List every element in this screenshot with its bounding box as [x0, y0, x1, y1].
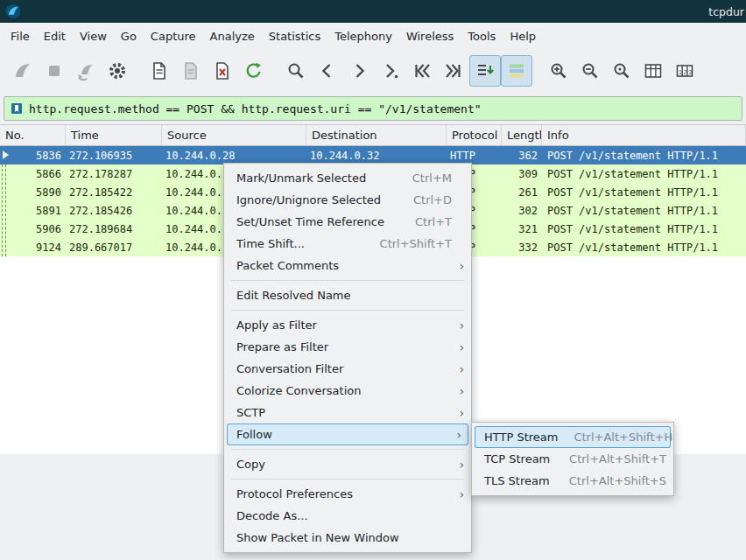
zoom-in-button[interactable]: [543, 55, 574, 87]
file-save-button[interactable]: [175, 55, 207, 87]
menu-item-time-reference[interactable]: Set/Unset Time Reference Ctrl+T: [224, 211, 471, 233]
cell-no: 5890: [0, 183, 66, 201]
menu-item-follow[interactable]: Follow ›: [227, 424, 468, 445]
cell-info: POST /v1/statement HTTP/1.1: [542, 164, 746, 183]
cell-no: 5836: [0, 146, 66, 164]
menu-separator: [231, 310, 464, 311]
filter-toolbar: http.request.method == POST && http.requ…: [0, 93, 746, 124]
capture-options-button[interactable]: [102, 55, 133, 87]
menu-edit[interactable]: Edit: [37, 26, 73, 46]
resize-columns-button[interactable]: [637, 55, 669, 87]
menu-item-apply-as-filter[interactable]: Apply as Filter ›: [224, 314, 471, 336]
menu-item-prepare-as-filter[interactable]: Prepare as Filter ›: [224, 336, 471, 358]
menu-item-conversation-filter[interactable]: Conversation Filter ›: [224, 358, 471, 380]
menu-go[interactable]: Go: [114, 26, 144, 46]
go-back-button[interactable]: [312, 55, 343, 87]
find-packet-button[interactable]: [280, 55, 312, 87]
menu-item-tls-stream[interactable]: TLS Stream Ctrl+Alt+Shift+S: [472, 470, 673, 492]
menu-item-ignore[interactable]: Ignore/Unignore Selected Ctrl+D: [224, 189, 471, 211]
menu-item-http-stream[interactable]: HTTP Stream Ctrl+Alt+Shift+H: [475, 426, 671, 448]
menu-separator: [231, 449, 464, 450]
column-header-info[interactable]: Info: [542, 125, 746, 145]
menu-item-protocol-preferences[interactable]: Protocol Preferences ›: [224, 483, 471, 505]
cell-info: POST /v1/statement HTTP/1.1: [542, 238, 746, 256]
menu-item-packet-comments[interactable]: Packet Comments ›: [224, 255, 471, 276]
filter-expression: http.request.method == POST && http.requ…: [29, 102, 482, 116]
column-header-source[interactable]: Source: [162, 125, 306, 145]
menu-view[interactable]: View: [73, 26, 114, 46]
svg-text:2: 2: [684, 69, 687, 75]
go-last-packet-button[interactable]: [438, 55, 469, 87]
menu-separator: [231, 479, 464, 480]
menu-tools[interactable]: Tools: [461, 26, 503, 46]
file-open-button[interactable]: [144, 55, 175, 87]
auto-scroll-button[interactable]: [469, 55, 501, 87]
go-first-packet-button[interactable]: [406, 55, 438, 87]
submenu-arrow-icon: ›: [449, 429, 461, 441]
menu-help[interactable]: Help: [503, 26, 543, 46]
menu-item-time-shift[interactable]: Time Shift... Ctrl+Shift+T: [224, 233, 471, 255]
cell-time: 272.189684: [66, 220, 162, 238]
menu-item-edit-resolved-name[interactable]: Edit Resolved Name: [224, 284, 471, 306]
menu-item-copy[interactable]: Copy ›: [224, 453, 471, 475]
column-header-time[interactable]: Time: [66, 125, 162, 145]
go-forward-button[interactable]: [343, 55, 375, 87]
window-title: tcpdur: [708, 5, 744, 18]
cell-destination: 10.244.0.32: [306, 146, 447, 164]
zoom-original-icon: [611, 60, 632, 81]
cell-time: 272.106935: [66, 146, 162, 164]
menu-file[interactable]: File: [4, 26, 37, 46]
capture-restart-button[interactable]: [70, 55, 102, 87]
menu-item-mark-unmark[interactable]: Mark/Unmark Selected Ctrl+M: [224, 167, 471, 189]
menu-telephony[interactable]: Telephony: [327, 26, 399, 46]
restart-fin-icon: [75, 60, 96, 81]
cell-no: 5891: [0, 201, 66, 220]
last-packet-icon: [443, 60, 464, 81]
bookmark-icon: [10, 102, 24, 116]
packet-context-menu: Mark/Unmark Selected Ctrl+M Ignore/Unign…: [223, 163, 472, 553]
packet-list-header: No. Time Source Destination Protocol Len…: [0, 124, 746, 146]
search-icon: [285, 60, 306, 81]
zoom-original-button[interactable]: [606, 55, 637, 87]
display-filter-input[interactable]: http.request.method == POST && http.requ…: [4, 96, 742, 121]
submenu-arrow-icon: ›: [452, 260, 464, 272]
selected-packet-arrow-icon: [3, 150, 9, 159]
colorize-packets-button[interactable]: [501, 55, 532, 87]
submenu-arrow-icon: ›: [452, 407, 464, 419]
column-header-protocol[interactable]: Protocol: [447, 125, 502, 145]
column-header-length[interactable]: Lengtl: [502, 125, 542, 145]
menu-wireless[interactable]: Wireless: [399, 26, 461, 46]
menu-item-decode-as[interactable]: Decode As...: [224, 505, 471, 527]
menu-capture[interactable]: Capture: [144, 26, 203, 46]
capture-start-button[interactable]: [7, 55, 39, 87]
menu-item-colorize-conversation[interactable]: Colorize Conversation ›: [224, 380, 471, 402]
menu-item-tcp-stream[interactable]: TCP Stream Ctrl+Alt+Shift+T: [472, 448, 673, 470]
reload-button[interactable]: [238, 55, 270, 87]
save-file-icon: [180, 60, 201, 81]
file-close-button[interactable]: [207, 55, 238, 87]
cell-length: 332: [502, 238, 542, 256]
capture-stop-button[interactable]: [39, 55, 70, 87]
zoom-out-button[interactable]: [574, 55, 606, 87]
cell-protocol: HTTP: [447, 146, 502, 164]
menu-analyze[interactable]: Analyze: [203, 26, 262, 46]
chevron-right-icon: [348, 60, 369, 81]
submenu-arrow-icon: ›: [452, 385, 464, 397]
cell-time: 272.185422: [66, 183, 162, 201]
packet-row[interactable]: 5836 272.106935 10.244.0.28 10.244.0.32 …: [0, 146, 746, 164]
zoom-out-icon: [580, 60, 601, 81]
zoom-in-icon: [548, 60, 569, 81]
menu-item-sctp[interactable]: SCTP ›: [224, 402, 471, 424]
go-to-packet-button[interactable]: [375, 55, 406, 87]
menu-item-show-packet-new-window[interactable]: Show Packet in New Window: [224, 527, 471, 549]
column-layout-button[interactable]: 1 2 3: [669, 55, 700, 87]
submenu-arrow-icon: ›: [452, 458, 464, 471]
cell-info: POST /v1/statement HTTP/1.1: [542, 220, 746, 238]
column-header-no[interactable]: No.: [0, 125, 66, 145]
cell-length: 362: [502, 146, 542, 164]
titlebar: tcpdur: [0, 0, 746, 23]
cell-no: 5906: [0, 220, 66, 238]
cell-length: 302: [502, 201, 542, 220]
column-header-destination[interactable]: Destination: [306, 125, 447, 145]
menu-statistics[interactable]: Statistics: [262, 26, 327, 46]
